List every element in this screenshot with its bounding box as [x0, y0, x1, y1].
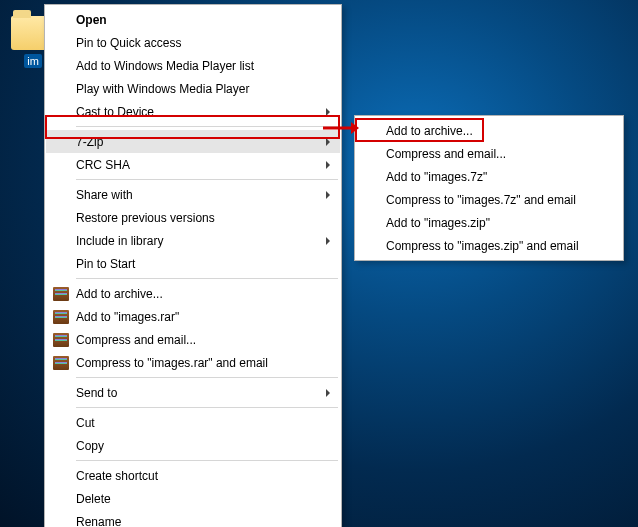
menu-delete[interactable]: Delete — [46, 487, 340, 510]
menu-pin-quick-access[interactable]: Pin to Quick access — [46, 31, 340, 54]
menu-send-to[interactable]: Send to — [46, 381, 340, 404]
submenu-add-images-zip[interactable]: Add to "images.zip" — [356, 211, 622, 234]
menu-share-with[interactable]: Share with — [46, 183, 340, 206]
submenu-add-to-archive[interactable]: Add to archive... — [356, 119, 622, 142]
chevron-right-icon — [326, 389, 330, 397]
chevron-right-icon — [326, 108, 330, 116]
chevron-right-icon — [326, 237, 330, 245]
separator — [76, 179, 338, 180]
menu-crc-sha[interactable]: CRC SHA — [46, 153, 340, 176]
winrar-icon — [53, 287, 69, 301]
separator — [76, 377, 338, 378]
submenu-compress-email[interactable]: Compress and email... — [356, 142, 622, 165]
menu-copy[interactable]: Copy — [46, 434, 340, 457]
context-menu: Open Pin to Quick access Add to Windows … — [44, 4, 342, 527]
winrar-icon — [53, 333, 69, 347]
menu-include-in-library[interactable]: Include in library — [46, 229, 340, 252]
chevron-right-icon — [326, 161, 330, 169]
separator — [76, 278, 338, 279]
menu-7zip[interactable]: 7-Zip — [46, 130, 340, 153]
winrar-icon — [53, 310, 69, 324]
folder-label: im — [24, 54, 42, 68]
separator — [76, 460, 338, 461]
menu-restore-previous[interactable]: Restore previous versions — [46, 206, 340, 229]
menu-cast-to-device[interactable]: Cast to Device — [46, 100, 340, 123]
menu-compress-email[interactable]: Compress and email... — [46, 328, 340, 351]
menu-create-shortcut[interactable]: Create shortcut — [46, 464, 340, 487]
chevron-right-icon — [326, 138, 330, 146]
submenu-compress-images-zip-email[interactable]: Compress to "images.zip" and email — [356, 234, 622, 257]
submenu-compress-images-7z-email[interactable]: Compress to "images.7z" and email — [356, 188, 622, 211]
menu-cut[interactable]: Cut — [46, 411, 340, 434]
submenu-add-images-7z[interactable]: Add to "images.7z" — [356, 165, 622, 188]
menu-rename[interactable]: Rename — [46, 510, 340, 527]
menu-play-wmp[interactable]: Play with Windows Media Player — [46, 77, 340, 100]
menu-compress-images-rar-email[interactable]: Compress to "images.rar" and email — [46, 351, 340, 374]
menu-open[interactable]: Open — [46, 8, 340, 31]
chevron-right-icon — [326, 191, 330, 199]
separator — [76, 407, 338, 408]
menu-pin-to-start[interactable]: Pin to Start — [46, 252, 340, 275]
context-submenu-7zip: Add to archive... Compress and email... … — [354, 115, 624, 261]
menu-add-to-archive[interactable]: Add to archive... — [46, 282, 340, 305]
separator — [76, 126, 338, 127]
menu-add-images-rar[interactable]: Add to "images.rar" — [46, 305, 340, 328]
winrar-icon — [53, 356, 69, 370]
menu-add-wmp-list[interactable]: Add to Windows Media Player list — [46, 54, 340, 77]
